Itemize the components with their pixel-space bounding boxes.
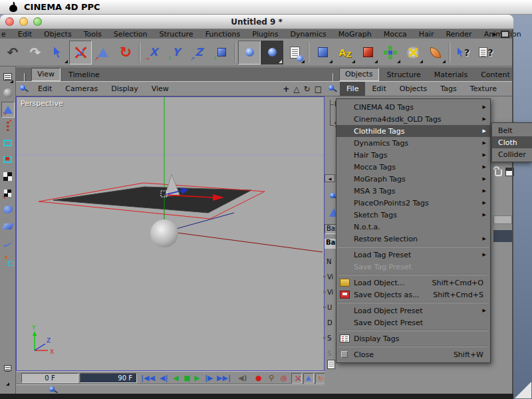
- attr-field-fragment-light[interactable]: [493, 215, 512, 224]
- menu-item-close[interactable]: CloseShift+W: [336, 348, 490, 360]
- stop-button[interactable]: ■: [184, 372, 190, 384]
- pin-icon[interactable]: [20, 84, 29, 93]
- tab-objects[interactable]: Objects: [339, 68, 379, 81]
- next-frame-button[interactable]: |▶: [205, 372, 213, 384]
- viewport-config-icon[interactable]: [1, 360, 14, 376]
- menu-mograph[interactable]: MoGraph: [332, 30, 378, 39]
- tab-content[interactable]: Content: [475, 69, 515, 81]
- menu-hair[interactable]: Hair: [413, 30, 440, 39]
- lock-z-axis-icon[interactable]: Z↗: [188, 41, 210, 65]
- record-button[interactable]: ●: [255, 372, 262, 384]
- texture-axis-mode-icon[interactable]: ↘: [1, 185, 15, 201]
- move-tool[interactable]: [69, 41, 92, 65]
- lock-icon[interactable]: [495, 169, 502, 176]
- submenu-item-cloth[interactable]: Cloth: [492, 136, 532, 148]
- menu-tools[interactable]: Tools: [78, 30, 108, 39]
- rotate-tool[interactable]: ↻: [114, 41, 137, 65]
- tab-view[interactable]: View: [31, 68, 61, 81]
- object-manager-menu-file[interactable]: File: [340, 82, 365, 96]
- end-frame-field[interactable]: 90 F: [80, 373, 137, 383]
- menu-functions[interactable]: Functions: [200, 30, 247, 39]
- play-button[interactable]: ▶: [194, 372, 200, 384]
- object-manager-menu-tags[interactable]: Tags: [434, 84, 463, 93]
- pin-icon[interactable]: [329, 84, 337, 93]
- lock-y-axis-icon[interactable]: Y↑: [165, 41, 188, 65]
- plane-object[interactable]: [53, 187, 251, 213]
- menu-plugins[interactable]: Plugins: [246, 30, 284, 39]
- submenu-item-collider[interactable]: Collider: [492, 148, 532, 160]
- add-mograph-object-icon[interactable]: [379, 41, 402, 65]
- viewport-menu-cameras[interactable]: Cameras: [59, 84, 104, 93]
- scale-tool[interactable]: ↗: [92, 41, 114, 65]
- menu-item-nota[interactable]: N.o.t.a.: [336, 221, 490, 233]
- menu-item-msa-3-tags[interactable]: MSA 3 Tags▶: [336, 185, 490, 197]
- menu-edit[interactable]: Edit: [12, 30, 38, 39]
- object-manager-menu-texture[interactable]: Texture: [464, 84, 503, 93]
- menu-window[interactable]: Window: [527, 30, 532, 39]
- submenu-item-belt[interactable]: Belt: [492, 124, 532, 136]
- tabbar-grip[interactable]: [24, 73, 26, 81]
- tab-timeline[interactable]: Timeline: [63, 69, 105, 81]
- dolly-view-icon[interactable]: △: [293, 84, 299, 94]
- pan-view-icon[interactable]: +: [283, 84, 289, 94]
- redo-icon[interactable]: ↷: [24, 41, 47, 65]
- menu-item-save-objects-as[interactable]: Save Objects as...Shift+Cmd+S: [336, 289, 490, 301]
- object-manager-menu-objects[interactable]: Objects: [393, 84, 434, 93]
- resize-grip[interactable]: [515, 382, 531, 398]
- live-selection-tool[interactable]: [47, 41, 69, 65]
- menu-selection[interactable]: Selection: [108, 30, 154, 39]
- add-light-icon[interactable]: [402, 41, 424, 65]
- polygon-mode-icon[interactable]: [1, 152, 15, 168]
- menu-item-sketch-tags[interactable]: Sketch Tags▶: [336, 209, 490, 221]
- autokey-wrench-icon[interactable]: ⚲: [269, 372, 274, 384]
- menu-item-load-tag-preset[interactable]: Load Tag Preset▶: [336, 249, 490, 261]
- menu-render[interactable]: Render: [440, 30, 477, 39]
- os-app-name[interactable]: CINEMA 4D PPC: [24, 2, 100, 12]
- tab-structure[interactable]: Structure: [382, 69, 426, 81]
- menu-item-mocca-tags[interactable]: Mocca Tags▶: [336, 161, 490, 173]
- menu-item-display-tags[interactable]: Display Tags: [336, 332, 490, 344]
- menu-mocca[interactable]: Mocca: [378, 30, 413, 39]
- object-manager-menu-edit[interactable]: Edit: [365, 84, 392, 93]
- texture-mode-icon[interactable]: [1, 168, 15, 184]
- attr-field-fragment-dark[interactable]: [493, 230, 512, 242]
- goto-end-button[interactable]: ▶▶|: [217, 372, 231, 384]
- rotate-view-icon[interactable]: ↻: [304, 84, 311, 94]
- object-mode-icon[interactable]: [1, 218, 15, 234]
- help-browser-icon[interactable]: ?: [475, 41, 497, 65]
- layer-manager-icon[interactable]: [1, 68, 15, 84]
- menu-objects[interactable]: Objects: [38, 30, 78, 39]
- apple-icon[interactable]: [9, 3, 17, 12]
- menu-item-restore-selection[interactable]: Restore Selection▶: [336, 233, 490, 245]
- panel-toggle-icon[interactable]: [1, 376, 14, 392]
- spline-mode-icon[interactable]: [1, 235, 15, 251]
- menu-item-clothilde-tags[interactable]: Clothilde Tags▶: [336, 125, 490, 137]
- sound-toggle-icon[interactable]: ◀): [238, 372, 247, 384]
- menu-item-load-object-preset[interactable]: Load Object Preset▶: [336, 305, 490, 317]
- menubar-overflow-arrow-icon[interactable]: ▶: [493, 31, 497, 37]
- menu-item-save-object-preset[interactable]: Save Object Preset: [336, 317, 490, 329]
- viewport-menu-display[interactable]: Display: [104, 84, 145, 93]
- previous-frame-button[interactable]: ◀|: [160, 372, 168, 384]
- scrollbar-left-arrow[interactable]: ◀: [325, 174, 335, 182]
- viewport-menu-view[interactable]: View: [145, 84, 176, 93]
- tab-materials[interactable]: Materials: [429, 69, 473, 81]
- help-pointer-icon[interactable]: ?: [452, 41, 475, 65]
- play-backward-button[interactable]: ◀: [173, 372, 178, 384]
- model-tool-icon[interactable]: ↘: [1, 102, 15, 118]
- viewport-menu-edit[interactable]: Edit: [31, 84, 59, 93]
- menu-item-mograph-tags[interactable]: MoGraph Tags▶: [336, 173, 490, 185]
- list-icon[interactable]: [327, 360, 335, 369]
- add-spline-icon[interactable]: AZ: [334, 41, 356, 65]
- menu-dynamics[interactable]: Dynamics: [285, 30, 332, 39]
- menu-item-cinema4dsdk-old-tags[interactable]: Cinema4dsdk_OLD Tags▶: [336, 113, 490, 125]
- menu-item-placeonpoints2-tags[interactable]: PlaceOnPoints2 Tags▶: [336, 197, 490, 209]
- edge-mode-icon[interactable]: [1, 135, 15, 151]
- lock-x-axis-icon[interactable]: X→: [142, 41, 165, 65]
- point-mode-icon[interactable]: ↗: [1, 118, 15, 134]
- model-mode-icon[interactable]: [1, 201, 15, 217]
- render-view-icon[interactable]: [238, 41, 261, 65]
- render-active-view-icon[interactable]: [261, 41, 283, 65]
- menu-file-partial[interactable]: e: [0, 30, 12, 39]
- keyframe-selection-icon[interactable]: ◎: [281, 372, 287, 384]
